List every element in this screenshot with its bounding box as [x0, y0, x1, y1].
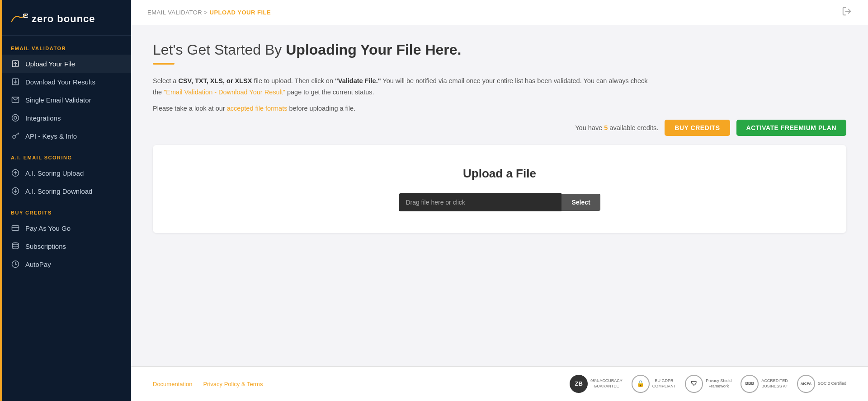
description-2: Please take a look at our accepted file … [153, 103, 650, 114]
accepted-formats-link[interactable]: accepted file formats [227, 105, 288, 112]
autopay-icon [11, 260, 20, 269]
sidebar-item-subscriptions[interactable]: Subscriptions [0, 237, 131, 255]
ai-download-icon [11, 187, 20, 196]
description-1: Select a CSV, TXT, XLS, or XLSX file to … [153, 75, 650, 98]
validate-file-label: "Validate File." [335, 77, 381, 84]
svg-line-10 [18, 134, 19, 135]
file-formats: CSV, TXT, XLS, or XLSX [178, 77, 252, 84]
sidebar-item-label: Integrations [25, 114, 61, 122]
credits-text: You have 5 available credits. [575, 124, 658, 131]
svg-point-17 [12, 243, 19, 245]
sidebar-item-upload-file[interactable]: Upload Your File [0, 55, 131, 73]
zb-badge-text: 98% ACCURACYGUARANTEE [590, 378, 623, 389]
sidebar-item-single-email[interactable]: Single Email Validator [0, 91, 131, 109]
integrations-icon [11, 113, 20, 122]
aicpa-badge-text: SOC 2 Certified [818, 381, 846, 387]
eu-gdpr-badge-icon: 🔒 [632, 375, 650, 393]
privacy-policy-link[interactable]: Privacy Policy & Terms [203, 381, 263, 387]
page-body: Let's Get Started By Uploading Your File… [131, 25, 868, 366]
logo: zero bounce [11, 13, 120, 25]
sidebar: zero bounce EMAIL VALIDATOR Upload Your … [0, 0, 131, 401]
svg-rect-15 [12, 226, 19, 231]
sidebar-accent-bar [0, 0, 2, 401]
sidebar-item-label: Single Email Validator [25, 96, 91, 104]
svg-point-6 [12, 115, 19, 121]
footer: Documentation Privacy Policy & Terms ZB … [131, 366, 868, 401]
breadcrumb-parent: EMAIL VALIDATOR [147, 9, 202, 16]
aicpa-badge-icon: AICPA [797, 375, 815, 393]
section-label-ai-scoring: A.I. EMAIL SCORING [0, 145, 131, 164]
breadcrumb: EMAIL VALIDATOR > UPLOAD YOUR FILE [147, 9, 271, 16]
bbb-badge-text: ACCREDITEDBUSINESS A+ [761, 378, 788, 389]
drag-file-input[interactable] [399, 193, 561, 211]
footer-links: Documentation Privacy Policy & Terms [153, 381, 263, 387]
topbar: EMAIL VALIDATOR > UPLOAD YOUR FILE [131, 0, 868, 25]
email-icon [11, 95, 20, 104]
download-result-link[interactable]: "Email Validation - Download Your Result… [164, 89, 285, 96]
select-file-button[interactable]: Select [561, 194, 600, 211]
svg-point-7 [14, 117, 17, 119]
main-content: EMAIL VALIDATOR > UPLOAD YOUR FILE Let's… [131, 0, 868, 401]
logo-area: zero bounce [0, 0, 131, 36]
sidebar-item-autopay[interactable]: AutoPay [0, 255, 131, 273]
heading-normal: Let's Get Started By [153, 42, 286, 58]
sidebar-item-label: Pay As You Go [25, 224, 71, 232]
sidebar-item-label: Subscriptions [25, 242, 66, 250]
subscriptions-icon [11, 242, 20, 251]
zb-badge-icon: ZB [570, 375, 588, 393]
sidebar-item-label: Upload Your File [25, 60, 75, 68]
sidebar-item-label: AutoPay [25, 261, 51, 268]
eu-gdpr-badge-text: EU GDPRCOMPLIANT [652, 378, 676, 389]
privacy-shield-badge-icon: 🛡 [685, 375, 703, 393]
badge-bbb: BBB ACCREDITEDBUSINESS A+ [741, 375, 788, 393]
sidebar-item-label: A.I. Scoring Upload [25, 169, 84, 177]
privacy-shield-badge-text: Privacy ShieldFramework [706, 378, 731, 389]
sidebar-item-label: API - Keys & Info [25, 132, 77, 140]
documentation-link[interactable]: Documentation [153, 381, 192, 387]
activate-freemium-button[interactable]: ACTIVATE FREEMIUM PLAN [736, 120, 846, 136]
footer-badges: ZB 98% ACCURACYGUARANTEE 🔒 EU GDPRCOMPLI… [570, 375, 846, 393]
sidebar-item-label: Download Your Results [25, 78, 95, 86]
breadcrumb-current: UPLOAD YOUR FILE [210, 9, 271, 16]
upload-box: Upload a File Select [153, 145, 846, 233]
sidebar-item-api-keys[interactable]: API - Keys & Info [0, 127, 131, 145]
badge-zb: ZB 98% ACCURACYGUARANTEE [570, 375, 623, 393]
badge-aicpa: AICPA SOC 2 Certified [797, 375, 846, 393]
sidebar-item-ai-scoring-download[interactable]: A.I. Scoring Download [0, 182, 131, 200]
page-heading: Let's Get Started By Uploading Your File… [153, 42, 846, 58]
sidebar-item-label: A.I. Scoring Download [25, 187, 92, 195]
section-label-email-validator: EMAIL VALIDATOR [0, 36, 131, 55]
bbb-badge-icon: BBB [741, 375, 759, 393]
buy-credits-button[interactable]: BUY CREDITS [665, 120, 730, 136]
payg-icon [11, 224, 20, 233]
logo-icon [11, 13, 28, 25]
heading-underline [153, 63, 175, 65]
sidebar-item-pay-as-you-go[interactable]: Pay As You Go [0, 219, 131, 237]
badge-eu-gdpr: 🔒 EU GDPRCOMPLIANT [632, 375, 676, 393]
upload-icon [11, 59, 20, 68]
logout-button[interactable] [842, 6, 852, 19]
download-icon [11, 77, 20, 86]
sidebar-item-integrations[interactable]: Integrations [0, 109, 131, 127]
sidebar-item-download-results[interactable]: Download Your Results [0, 73, 131, 91]
credits-row: You have 5 available credits. BUY CREDIT… [153, 120, 846, 136]
ai-upload-icon [11, 168, 20, 177]
sidebar-item-ai-scoring-upload[interactable]: A.I. Scoring Upload [0, 164, 131, 182]
section-label-buy-credits: BUY CREDITS [0, 200, 131, 219]
upload-input-row: Select [399, 193, 600, 211]
badge-privacy-shield: 🛡 Privacy ShieldFramework [685, 375, 731, 393]
heading-bold: Uploading Your File Here. [286, 42, 461, 58]
breadcrumb-separator: > [204, 9, 209, 16]
api-icon [11, 131, 20, 140]
upload-title: Upload a File [463, 167, 536, 181]
